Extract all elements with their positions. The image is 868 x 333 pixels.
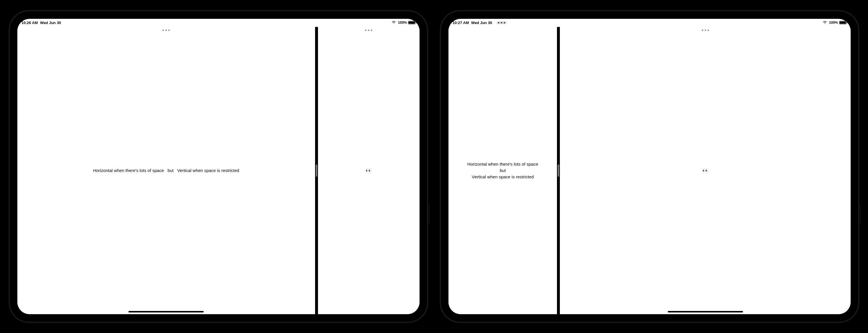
split-view: Horizontal when there's lots of space bu… [448,27,850,314]
home-indicator[interactable] [668,311,743,312]
text-segment-2: but [165,168,176,173]
ipad-screen: 10:27 AM Wed Jun 30 100% [448,19,850,314]
status-time: 10:26 AM [22,21,38,25]
divider-handle-icon[interactable] [316,164,317,177]
secondary-pane: 👀 [318,27,420,314]
status-right: 100% [392,21,415,25]
ipad-device-1: 10:26 AM Wed Jun 30 100% [9,10,428,323]
battery-indicator: 100% [829,21,846,25]
status-left: 10:27 AM Wed Jun 30 [453,21,507,25]
primary-pane: Horizontal when there's lots of space bu… [448,27,557,314]
ipad-screen: 10:26 AM Wed Jun 30 100% [18,19,420,314]
text-segment-2: but [467,167,538,174]
battery-percent: 100% [398,21,407,25]
text-segment-3: Vertical when space is restricted [467,174,538,180]
ipad-device-2: 10:27 AM Wed Jun 30 100% [440,10,859,323]
multitask-dots-icon[interactable] [363,29,374,32]
status-left: 10:26 AM Wed Jun 30 [22,21,61,25]
battery-indicator: 100% [398,21,415,25]
status-date: Wed Jun 30 [40,21,61,25]
battery-icon [408,21,415,24]
home-indicator[interactable] [128,311,204,312]
status-bar: 10:26 AM Wed Jun 30 100% [18,19,420,27]
status-time: 10:27 AM [453,21,469,25]
multitask-dots-icon[interactable] [496,21,507,24]
split-view: Horizontal when there's lots of space bu… [18,27,420,314]
layout-demo-text: Horizontal when there's lots of space bu… [88,167,245,174]
battery-icon [839,21,846,24]
split-divider[interactable] [557,27,560,314]
secondary-pane: 👀 [560,27,850,314]
text-segment-1: Horizontal when there's lots of space [467,161,538,167]
eyes-emoji: 👀 [365,167,372,174]
divider-handle-icon[interactable] [558,164,559,177]
layout-demo-text: Horizontal when there's lots of space bu… [462,161,544,180]
text-segment-1: Horizontal when there's lots of space [93,168,164,173]
battery-percent: 100% [829,21,838,25]
eyes-emoji: 👀 [702,167,709,174]
status-date: Wed Jun 30 [471,21,492,25]
status-bar: 10:27 AM Wed Jun 30 100% [448,19,850,27]
split-divider[interactable] [315,27,318,314]
text-segment-3: Vertical when space is restricted [177,168,239,173]
status-right: 100% [823,21,846,25]
wifi-icon [392,21,396,24]
multitask-dots-icon[interactable] [161,29,172,32]
primary-pane: Horizontal when there's lots of space bu… [18,27,315,314]
comparison-stage: 10:26 AM Wed Jun 30 100% [0,0,868,333]
multitask-dots-icon[interactable] [700,29,711,32]
wifi-icon [823,21,827,24]
